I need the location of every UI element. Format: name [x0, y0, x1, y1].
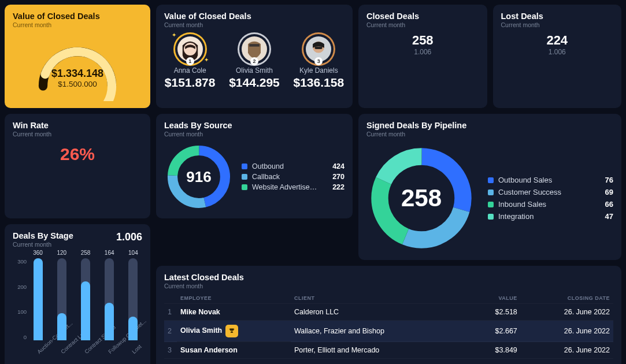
stat-sub: 1.006: [501, 48, 614, 56]
stage-bar[interactable]: 258Contract Signed: [76, 258, 94, 356]
card-subtitle: Current month: [13, 241, 73, 248]
lost-deals-card[interactable]: Lost Deals Current month 224 1.006: [493, 5, 622, 108]
legend-swatch: [242, 184, 247, 190]
svg-rect-7: [315, 47, 323, 49]
card-title: Value of Closed Deals: [13, 12, 142, 21]
legend-value: 76: [605, 176, 613, 184]
legend-item[interactable]: Outbound424: [242, 161, 345, 172]
table-row[interactable]: 3Susan AndersonPorter, Elliott and Merca…: [164, 342, 613, 359]
rank-badge: 2: [250, 57, 258, 65]
legend-swatch: [242, 164, 247, 169]
closed-deals-card[interactable]: Closed Deals Current month 258 1.006: [358, 5, 487, 108]
legend-label: Callback: [252, 173, 327, 181]
col-employee: EMPLOYEE: [177, 293, 291, 304]
legend-item[interactable]: Website Advertise…222: [242, 182, 345, 192]
card-subtitle: Current month: [164, 131, 345, 138]
rank-badge: 3: [314, 57, 323, 65]
table-row[interactable]: 1Mike NovakCalderon LLC$2.51826. June 20…: [164, 304, 613, 321]
bar-value: 104: [128, 250, 138, 256]
legend-swatch: [488, 190, 494, 195]
card-subtitle: Current month: [164, 21, 345, 28]
row-index: 2: [164, 321, 177, 342]
legend-label: Inbound Sales: [498, 200, 599, 209]
bar-value: 258: [81, 250, 91, 256]
top-performers-card[interactable]: Value of Closed Deals Current month ✦✦1A…: [156, 5, 353, 108]
row-value: $4.847: [470, 359, 521, 365]
legend-item[interactable]: Customer Success69: [488, 186, 613, 198]
legend-value: 69: [605, 188, 613, 196]
row-value: $3.849: [470, 342, 521, 359]
row-value: $2.667: [470, 321, 521, 342]
performer-item[interactable]: ✦✦1Anna Cole$151.878: [164, 34, 216, 90]
legend-swatch: [488, 214, 494, 220]
card-title: Latest Closed Deals: [164, 273, 613, 282]
row-employee: Susan Anderson: [177, 342, 291, 359]
rank-badge: 1: [186, 57, 194, 65]
latest-closed-deals-card[interactable]: Latest Closed Deals Current month EMPLOY…: [156, 266, 621, 364]
performer-item[interactable]: 2Olivia Smith$144.295: [228, 34, 280, 90]
card-subtitle: Current month: [366, 21, 479, 28]
gauge-max: $1.500.000: [51, 80, 103, 88]
bar-value: 120: [57, 250, 66, 256]
card-title: Win Rate: [13, 121, 142, 130]
legend-swatch: [488, 177, 494, 183]
signed-donut-chart: 258: [366, 143, 476, 253]
bar-value: 360: [33, 250, 43, 256]
row-date: 26. June 2022: [521, 304, 613, 321]
stat-sub: 1.006: [366, 48, 479, 56]
legend-swatch: [488, 202, 494, 207]
bar-label: Lost: [131, 343, 143, 355]
stage-bar[interactable]: 120Contract Lost: [53, 258, 71, 356]
row-employee: Mike Novak: [177, 304, 291, 321]
card-subtitle: Current month: [366, 131, 613, 138]
row-date: 26. June 2022: [521, 342, 613, 359]
card-title: Deals By Stage: [13, 231, 73, 240]
legend-item[interactable]: Integration47: [488, 210, 613, 222]
performer-item[interactable]: 3Kyle Daniels$136.158: [293, 34, 345, 90]
performer-name: Kyle Daniels: [293, 66, 345, 75]
col-value: VALUE: [470, 293, 521, 304]
performer-name: Anna Cole: [164, 66, 216, 75]
stage-bar[interactable]: 164Followup Complet...: [101, 258, 118, 356]
performer-value: $144.295: [228, 76, 280, 90]
leads-by-source-card[interactable]: Leads By Source Current month 916 Outbou…: [156, 114, 353, 218]
card-subtitle: Current month: [501, 21, 614, 28]
y-tick: 300: [17, 258, 27, 265]
avatar: 3: [303, 34, 334, 64]
table-row[interactable]: 2Olivia SmithWallace, Frazier and Bishop…: [164, 321, 613, 342]
legend-value: 270: [332, 173, 345, 181]
row-index: 4: [164, 359, 177, 365]
row-employee: Kyle Daniels: [177, 359, 291, 365]
row-value: $2.518: [470, 304, 521, 321]
legend-label: Website Advertise…: [252, 183, 327, 191]
stage-bar[interactable]: 360Auction-Complet...: [29, 258, 47, 356]
legend-item[interactable]: Inbound Sales66: [488, 198, 613, 210]
legend-value: 66: [605, 200, 613, 209]
stage-bar[interactable]: 104Lost: [124, 258, 142, 356]
legend-item[interactable]: Outbound Sales76: [488, 174, 613, 186]
value-closed-gauge-card[interactable]: Value of Closed Deals Current month $1.3…: [5, 5, 150, 108]
card-title: Lost Deals: [501, 12, 614, 21]
signed-total: 258: [401, 184, 442, 212]
row-index: 1: [164, 304, 177, 321]
row-client: Collier-Rose: [291, 359, 470, 365]
col-date: CLOSING DATE: [521, 293, 613, 304]
card-title: Signed Deals By Pipeline: [366, 121, 613, 130]
legend-item[interactable]: Callback270: [242, 172, 345, 182]
performer-name: Olivia Smith: [228, 66, 280, 75]
table-row[interactable]: 4Kyle DanielsCollier-Rose$4.84726. June …: [164, 359, 613, 365]
y-tick: 100: [17, 309, 27, 315]
signed-deals-card[interactable]: Signed Deals By Pipeline Current month 2…: [358, 114, 621, 260]
win-rate-card[interactable]: Win Rate Current month 26%: [5, 114, 150, 218]
card-title: Leads By Source: [164, 121, 345, 130]
performer-value: $136.158: [293, 76, 345, 90]
legend-label: Customer Success: [498, 188, 599, 196]
trophy-icon: [225, 325, 238, 337]
performer-value: $151.878: [164, 76, 216, 90]
deals-by-stage-card[interactable]: Deals By Stage Current month 1.006 30020…: [5, 224, 150, 364]
bar-value: 164: [105, 250, 114, 256]
card-subtitle: Current month: [13, 131, 142, 138]
row-employee: Olivia Smith: [177, 321, 291, 342]
svg-rect-4: [249, 44, 260, 46]
stage-total: 1.006: [116, 231, 142, 243]
